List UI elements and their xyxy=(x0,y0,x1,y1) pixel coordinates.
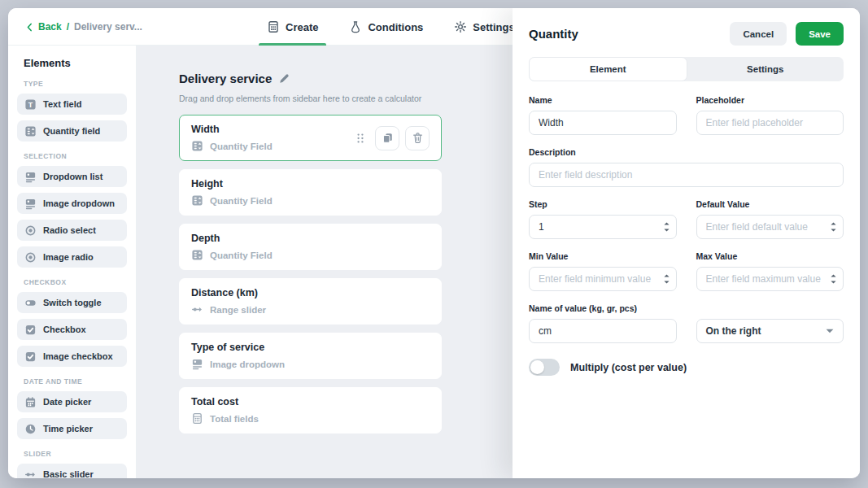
caret-up-icon xyxy=(831,274,836,278)
canvas-element-total-cost[interactable]: Total cost Total fields xyxy=(179,387,442,434)
unit-position-select[interactable]: On the right xyxy=(696,319,844,343)
image-dropdown-icon xyxy=(191,358,203,370)
sidebar-item-label: Radio select xyxy=(43,225,96,235)
sidebar-item-label: Basic slider xyxy=(43,469,94,478)
drag-handle-icon[interactable] xyxy=(354,132,367,145)
max-value-stepper[interactable] xyxy=(831,274,836,285)
element-title: Width xyxy=(191,124,273,135)
placeholder-input[interactable] xyxy=(696,111,844,135)
unit-name-label: Name of value (kg, gr, pcs) xyxy=(529,303,677,313)
canvas-hint: Drag and drop elements from sidebar here… xyxy=(179,94,442,103)
sidebar-item-label: Switch toggle xyxy=(43,298,102,307)
caret-up-icon xyxy=(664,222,670,226)
canvas-element-height[interactable]: Height Quantity Field xyxy=(179,169,442,216)
cancel-button[interactable]: Cancel xyxy=(730,22,787,46)
caret-up-icon xyxy=(831,222,836,226)
sidebar-item-image-radio[interactable]: Image radio xyxy=(17,246,127,268)
radio-icon xyxy=(24,251,37,264)
edit-title-pencil-icon[interactable] xyxy=(278,72,290,85)
multiply-toggle[interactable] xyxy=(529,359,560,376)
sidebar-item-radio-select[interactable]: Radio select xyxy=(17,220,127,241)
sidebar-item-label: Image checkbox xyxy=(43,351,113,361)
chevron-left-icon xyxy=(24,22,35,33)
sidebar-item-checkbox[interactable]: Checkbox xyxy=(17,319,127,340)
placeholder-label: Placeholder xyxy=(696,95,844,105)
delete-element-button[interactable] xyxy=(405,126,430,150)
canvas-element-type-of-service[interactable]: Type of service Image dropdown xyxy=(179,333,442,379)
element-title: Depth xyxy=(191,233,273,244)
sidebar-item-image-checkbox[interactable]: Image checkbox xyxy=(17,346,127,367)
tab-create[interactable]: Create xyxy=(267,8,318,46)
caret-down-icon xyxy=(831,281,836,285)
element-type-label: Total fields xyxy=(210,414,259,424)
sidebar-item-label: Image radio xyxy=(43,252,94,262)
checkbox-icon xyxy=(24,324,37,336)
sidebar-item-text-field[interactable]: Text field xyxy=(17,94,127,115)
toggle-knob xyxy=(530,360,544,374)
slider-icon xyxy=(24,468,37,479)
section-label-date-time: DATE AND TIME xyxy=(24,377,127,386)
description-label: Description xyxy=(529,147,844,157)
switch-icon xyxy=(24,297,37,309)
sidebar-item-dropdown-list[interactable]: Dropdown list xyxy=(17,166,127,187)
unit-name-input[interactable] xyxy=(529,319,677,343)
section-label-type: TYPE xyxy=(24,80,127,88)
min-value-stepper[interactable] xyxy=(664,274,670,285)
element-title: Distance (km) xyxy=(191,287,266,298)
sidebar-item-time-picker[interactable]: Time picker xyxy=(17,418,127,439)
back-label: Back xyxy=(38,21,62,33)
gear-icon xyxy=(454,20,467,33)
dropdown-list-icon xyxy=(24,171,37,183)
sidebar-item-label: Dropdown list xyxy=(43,172,103,181)
min-value-input[interactable] xyxy=(529,267,677,291)
elements-sidebar: Elements TYPE Text field Quantity field … xyxy=(8,46,137,478)
caret-down-icon xyxy=(664,281,670,285)
sidebar-item-date-picker[interactable]: Date picker xyxy=(17,391,127,412)
tab-element-settings[interactable]: Settings xyxy=(687,57,844,81)
name-label: Name xyxy=(529,95,677,105)
description-input[interactable] xyxy=(529,163,844,187)
sidebar-item-image-dropdown[interactable]: Image dropdown xyxy=(17,193,127,214)
canvas-element-distance[interactable]: Distance (km) Range slider xyxy=(179,278,442,325)
panel-tabbar: Element Settings xyxy=(529,57,844,81)
calculator-icon xyxy=(191,412,203,425)
radio-icon xyxy=(24,224,37,237)
quantity-field-icon xyxy=(191,140,203,152)
tab-settings-label: Settings xyxy=(473,21,514,33)
max-value-input[interactable] xyxy=(696,267,844,291)
default-value-label: Default Value xyxy=(696,199,844,209)
calculator-title: Delivery service xyxy=(179,72,272,85)
section-label-selection: SELECTION xyxy=(24,152,127,160)
element-type-label: Range slider xyxy=(210,305,266,315)
breadcrumb-back-link[interactable]: Back / Delivery serv... xyxy=(24,8,142,46)
sidebar-item-label: Date picker xyxy=(43,397,91,407)
step-stepper[interactable] xyxy=(664,222,670,233)
canvas-element-width[interactable]: Width Quantity Field xyxy=(179,115,442,161)
quantity-field-icon xyxy=(24,125,37,137)
default-value-stepper[interactable] xyxy=(831,222,836,233)
default-value-input[interactable] xyxy=(696,215,844,239)
canvas-element-depth[interactable]: Depth Quantity Field xyxy=(179,224,442,270)
calendar-icon xyxy=(24,396,37,408)
slider-icon xyxy=(191,303,203,316)
name-input[interactable] xyxy=(529,111,677,135)
quantity-field-icon xyxy=(191,249,203,261)
quantity-field-icon xyxy=(191,194,203,207)
sidebar-item-basic-slider[interactable]: Basic slider xyxy=(17,464,127,478)
element-type-label: Quantity Field xyxy=(210,196,273,206)
sidebar-item-quantity-field[interactable]: Quantity field xyxy=(17,120,127,142)
save-button[interactable]: Save xyxy=(796,22,844,46)
breadcrumb-separator: / xyxy=(67,21,69,33)
tab-conditions[interactable]: Conditions xyxy=(349,8,423,46)
tab-element[interactable]: Element xyxy=(529,57,687,81)
element-title: Total cost xyxy=(191,396,259,407)
sidebar-item-switch-toggle[interactable]: Switch toggle xyxy=(17,292,127,313)
tab-settings[interactable]: Settings xyxy=(454,8,514,46)
duplicate-element-button[interactable] xyxy=(375,126,399,150)
step-input[interactable] xyxy=(529,215,677,239)
tab-conditions-label: Conditions xyxy=(368,21,423,33)
calculator-icon xyxy=(267,20,280,33)
panel-title: Quantity xyxy=(529,27,730,41)
caret-down-icon xyxy=(664,229,670,233)
element-type-label: Image dropdown xyxy=(210,359,285,369)
